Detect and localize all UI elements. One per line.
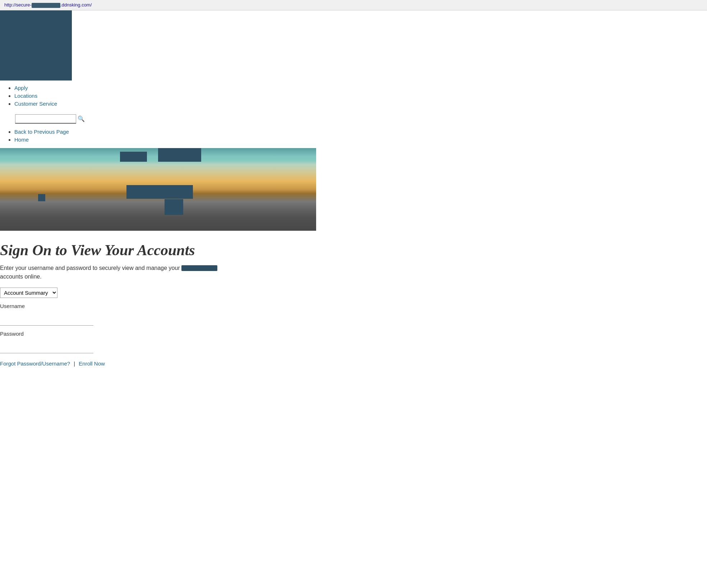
address-bar: http://secure-.ddnsking.com/ <box>0 0 707 10</box>
signin-title: Sign On to View Your Accounts <box>0 242 237 259</box>
nav-item-customer-service[interactable]: Customer Service <box>14 101 707 107</box>
street-scene <box>0 148 316 231</box>
hero-redact-2 <box>120 152 147 162</box>
logo-area <box>0 10 72 81</box>
nav-link-home[interactable]: Home <box>14 137 29 143</box>
account-summary-dropdown[interactable]: Account Summary <box>0 288 57 298</box>
username-input[interactable] <box>0 311 93 326</box>
search-input[interactable] <box>15 114 76 124</box>
signin-desc-after: accounts online. <box>0 274 42 280</box>
nav-link-customer-service[interactable]: Customer Service <box>14 101 57 107</box>
forgot-password-link[interactable]: Forgot Password/Username? <box>0 360 70 367</box>
nav-link-locations[interactable]: Locations <box>14 93 37 99</box>
password-input[interactable] <box>0 338 93 353</box>
secondary-nav: Back to Previous Page Home <box>0 125 707 148</box>
enroll-now-link[interactable]: Enroll Now <box>79 360 105 367</box>
signin-section: Sign On to View Your Accounts Enter your… <box>0 238 237 374</box>
hero-redact-4 <box>165 199 183 215</box>
search-icon: 🔍 <box>78 116 85 122</box>
password-label: Password <box>0 331 237 337</box>
username-group: Username <box>0 303 237 326</box>
nav-item-back[interactable]: Back to Previous Page <box>14 129 707 135</box>
nav-link-back[interactable]: Back to Previous Page <box>14 129 69 135</box>
address-suffix: .ddnsking.com/ <box>60 2 92 8</box>
nav-item-locations[interactable]: Locations <box>14 93 707 99</box>
nav-link-apply[interactable]: Apply <box>14 85 28 91</box>
hero-redact-3 <box>126 185 193 199</box>
hero-redact-1 <box>158 148 201 162</box>
nav-item-home[interactable]: Home <box>14 137 707 143</box>
address-prefix: http://secure- <box>4 2 32 8</box>
hero-redact-5 <box>38 194 45 201</box>
hero-image <box>0 148 316 231</box>
address-redacted <box>32 3 60 8</box>
search-row: 🔍 <box>0 113 707 125</box>
signin-description: Enter your username and password to secu… <box>0 264 237 281</box>
footer-links: Forgot Password/Username? | Enroll Now <box>0 360 237 367</box>
main-nav: Apply Locations Customer Service <box>0 81 707 113</box>
nav-item-apply[interactable]: Apply <box>14 85 707 91</box>
password-group: Password <box>0 331 237 353</box>
username-label: Username <box>0 303 237 309</box>
search-button[interactable]: 🔍 <box>78 115 85 122</box>
link-separator: | <box>74 360 75 367</box>
signin-desc-before: Enter your username and password to secu… <box>0 265 180 271</box>
signin-desc-redacted <box>181 265 217 271</box>
account-summary-row: Account Summary <box>0 288 237 298</box>
